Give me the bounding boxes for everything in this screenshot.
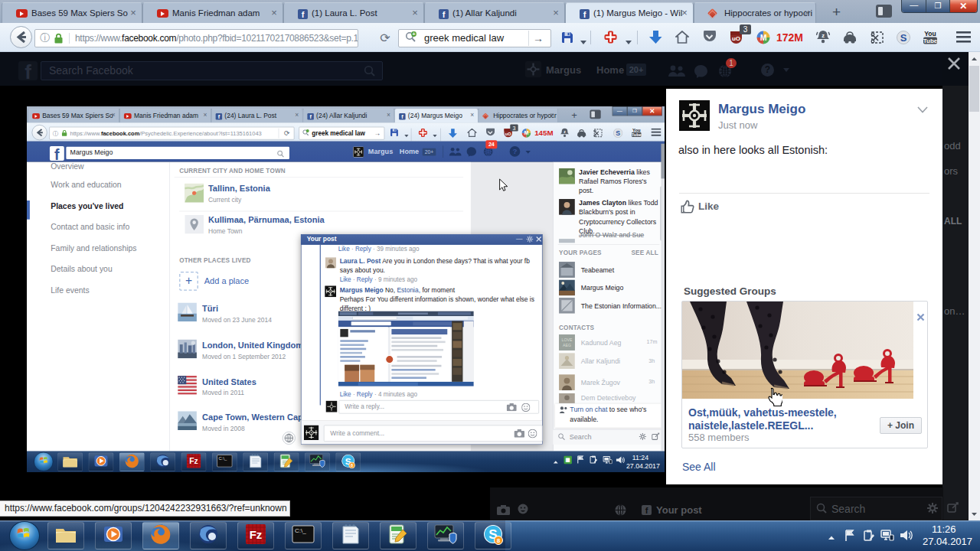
svg-text:Fz: Fz — [250, 528, 263, 541]
svg-text:8: 8 — [497, 537, 501, 544]
svg-text:M: M — [524, 130, 528, 136]
svg-text:uO: uO — [505, 132, 511, 136]
svg-text:+: + — [412, 31, 415, 37]
svg-text:Tube: Tube — [923, 37, 938, 44]
svg-text:AEG: AEG — [563, 343, 571, 347]
svg-text:z: z — [564, 129, 566, 134]
svg-text:M: M — [760, 33, 767, 42]
svg-text:C:\_: C:\_ — [219, 456, 227, 461]
svg-text:Fz: Fz — [189, 457, 198, 465]
svg-text:LOVE: LOVE — [562, 337, 573, 342]
svg-text:uO: uO — [732, 35, 740, 42]
svg-text:You: You — [924, 30, 936, 37]
svg-text:z: z — [822, 32, 825, 39]
svg-text:8: 8 — [351, 463, 353, 468]
svg-text:Tube: Tube — [632, 132, 642, 137]
svg-text:C:\_: C:\_ — [295, 527, 306, 534]
svg-text:S: S — [900, 32, 907, 44]
svg-text:S: S — [616, 129, 620, 137]
